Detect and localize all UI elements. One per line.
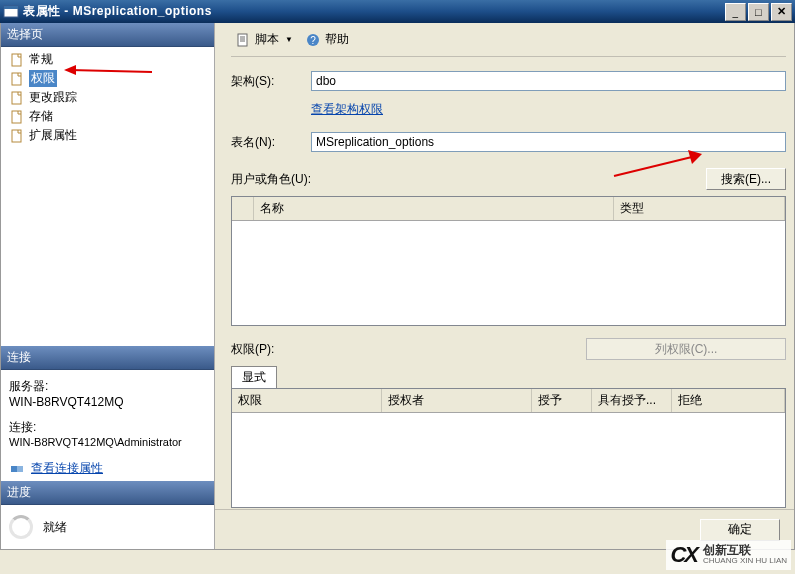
tab-explicit-label: 显式 — [242, 370, 266, 384]
users-roles-label: 用户或角色(U): — [231, 171, 311, 188]
nav-item-label: 存储 — [29, 108, 53, 125]
page-icon — [9, 109, 25, 125]
page-icon — [9, 71, 25, 87]
nav-item-label: 扩展属性 — [29, 127, 77, 144]
window-title: 表属性 - MSreplication_options — [23, 3, 212, 20]
progress-header: 进度 — [1, 481, 214, 505]
permissions-label: 权限(P): — [231, 341, 274, 358]
permissions-grid[interactable]: 权限 授权者 授予 具有授予... 拒绝 — [231, 388, 786, 508]
schema-label: 架构(S): — [231, 73, 303, 90]
grid-col-type[interactable]: 类型 — [614, 197, 785, 220]
column-permissions-button-label: 列权限(C)... — [655, 341, 718, 358]
help-button[interactable]: ? 帮助 — [301, 29, 353, 50]
help-button-label: 帮助 — [325, 31, 349, 48]
progress-spinner-icon — [9, 515, 33, 539]
users-roles-grid[interactable]: 名称 类型 — [231, 196, 786, 326]
watermark-en: CHUANG XIN HU LIAN — [703, 557, 787, 566]
nav-item-general[interactable]: 常规 — [1, 50, 214, 69]
svg-rect-3 — [12, 73, 21, 85]
progress-status: 就绪 — [43, 519, 67, 536]
nav-item-extended-props[interactable]: 扩展属性 — [1, 126, 214, 145]
toolbar: 脚本 ▼ ? 帮助 — [231, 27, 786, 57]
server-label: 服务器: — [9, 378, 206, 395]
svg-text:?: ? — [310, 35, 316, 46]
sidebar: 选择页 常规 权限 更改跟踪 存储 扩展属性 连接 — [1, 23, 215, 549]
app-icon — [3, 4, 19, 20]
grid-corner — [232, 197, 254, 220]
nav-item-permissions[interactable]: 权限 — [1, 69, 214, 88]
search-button-label: 搜索(E)... — [721, 171, 771, 188]
maximize-button[interactable]: □ — [748, 3, 769, 21]
nav-item-storage[interactable]: 存储 — [1, 107, 214, 126]
perm-col-deny[interactable]: 拒绝 — [672, 389, 785, 412]
nav-list: 常规 权限 更改跟踪 存储 扩展属性 — [1, 47, 214, 148]
svg-rect-6 — [12, 130, 21, 142]
script-button[interactable]: 脚本 ▼ — [231, 29, 297, 50]
main-panel: 脚本 ▼ ? 帮助 架构(S): 查看架构权限 表名(N): 用户或角色(U):… — [215, 23, 794, 549]
svg-rect-1 — [4, 6, 18, 9]
svg-rect-5 — [12, 111, 21, 123]
nav-item-label: 权限 — [29, 70, 57, 87]
svg-rect-7 — [11, 466, 17, 472]
nav-item-label: 更改跟踪 — [29, 89, 77, 106]
page-icon — [9, 128, 25, 144]
watermark: CX 创新互联 CHUANG XIN HU LIAN — [666, 540, 791, 570]
conn-value: WIN-B8RVQT412MQ\Administrator — [9, 436, 206, 448]
script-icon — [235, 32, 251, 48]
server-value: WIN-B8RVQT412MQ — [9, 395, 206, 409]
help-icon: ? — [305, 32, 321, 48]
table-name-label: 表名(N): — [231, 134, 303, 151]
window-titlebar: 表属性 - MSreplication_options _ □ ✕ — [0, 0, 795, 23]
nav-item-label: 常规 — [29, 51, 53, 68]
select-page-header: 选择页 — [1, 23, 214, 47]
grid-col-name[interactable]: 名称 — [254, 197, 614, 220]
svg-rect-2 — [12, 54, 21, 66]
connection-icon — [9, 461, 25, 477]
schema-input[interactable] — [311, 71, 786, 91]
connection-header: 连接 — [1, 346, 214, 370]
perm-col-grantor[interactable]: 授权者 — [382, 389, 532, 412]
nav-item-change-tracking[interactable]: 更改跟踪 — [1, 88, 214, 107]
perm-col-permission[interactable]: 权限 — [232, 389, 382, 412]
view-connection-props-link[interactable]: 查看连接属性 — [31, 460, 103, 477]
ok-button-label: 确定 — [728, 521, 752, 538]
ok-button[interactable]: 确定 — [700, 519, 780, 541]
svg-rect-8 — [17, 466, 23, 472]
chevron-down-icon: ▼ — [285, 35, 293, 44]
connection-info: 服务器: WIN-B8RVQT412MQ 连接: WIN-B8RVQT412MQ… — [1, 370, 214, 456]
page-icon — [9, 52, 25, 68]
tab-explicit[interactable]: 显式 — [231, 366, 277, 388]
svg-rect-4 — [12, 92, 21, 104]
svg-rect-9 — [238, 34, 247, 46]
permissions-tabstrip: 显式 — [231, 366, 786, 388]
search-button[interactable]: 搜索(E)... — [706, 168, 786, 190]
script-button-label: 脚本 — [255, 31, 279, 48]
table-name-input[interactable] — [311, 132, 786, 152]
close-button[interactable]: ✕ — [771, 3, 792, 21]
column-permissions-button[interactable]: 列权限(C)... — [586, 338, 786, 360]
conn-label: 连接: — [9, 419, 206, 436]
view-schema-permissions-link[interactable]: 查看架构权限 — [311, 102, 383, 116]
minimize-button[interactable]: _ — [725, 3, 746, 21]
watermark-logo: CX — [670, 542, 697, 568]
perm-col-grant[interactable]: 授予 — [532, 389, 592, 412]
perm-col-with-grant[interactable]: 具有授予... — [592, 389, 672, 412]
page-icon — [9, 90, 25, 106]
